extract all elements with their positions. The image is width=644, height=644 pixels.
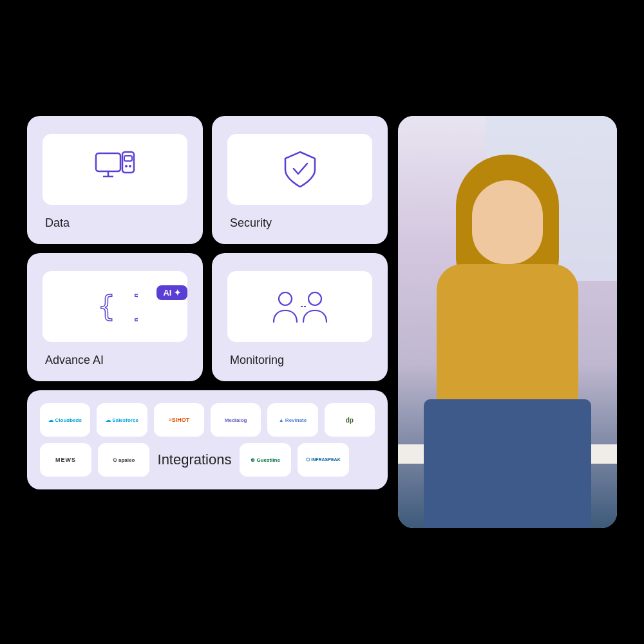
salesforce-logo: ☁ Salesforce <box>97 403 147 437</box>
integration-row-2: MEWS ⊙ apaleo Integrations ⊛ Guestline ⬡… <box>40 443 375 477</box>
shield-icon <box>278 147 323 192</box>
person-face <box>472 180 543 264</box>
monitoring-icon-box <box>227 271 372 342</box>
integrations-center-label: Integrations <box>156 443 233 477</box>
revinate-logo: ▲ Revinate <box>267 403 317 437</box>
dp-logo: dp <box>325 403 375 437</box>
integration-row-1: ☁ Cloudbeds ☁ Salesforce ≡SIHOT Medialog… <box>40 403 375 437</box>
left-panel: Data Security AI ✦ <box>27 116 388 489</box>
infraspeak-logo: ⬡ INFRASPEAK <box>298 443 349 477</box>
middle-row: AI ✦ { } Advance AI <box>27 253 388 381</box>
svg-point-10 <box>308 292 321 305</box>
monitoring-card[interactable]: Monitoring <box>212 253 388 381</box>
apaleo-logo: ⊙ apaleo <box>98 443 149 477</box>
sihot-logo: ≡SIHOT <box>154 403 204 437</box>
security-icon-box <box>227 134 372 205</box>
svg-rect-3 <box>122 152 134 173</box>
svg-text:{ }: { } <box>98 290 138 323</box>
cloudbeds-logo: ☁ Cloudbeds <box>40 403 90 437</box>
users-icon <box>271 289 329 325</box>
svg-rect-4 <box>124 156 132 161</box>
computer-icon <box>93 147 138 192</box>
code-brackets-icon: { } <box>93 284 138 329</box>
guestline-logo: ⊛ Guestline <box>240 443 291 477</box>
data-icon-box <box>43 134 187 205</box>
advance-ai-card[interactable]: AI ✦ { } Advance AI <box>27 253 203 381</box>
data-card[interactable]: Data <box>27 116 203 244</box>
data-label: Data <box>43 216 70 230</box>
top-row: Data Security <box>27 116 388 244</box>
svg-rect-0 <box>96 153 120 171</box>
ai-badge: AI ✦ <box>156 285 187 300</box>
monitoring-label: Monitoring <box>227 354 284 367</box>
advance-ai-label: Advance AI <box>43 354 104 367</box>
medialog-logo: Medialog <box>211 403 261 437</box>
integrations-card[interactable]: ☁ Cloudbeds ☁ Salesforce ≡SIHOT Medialog… <box>27 390 388 489</box>
person-jeans <box>424 399 591 528</box>
svg-point-8 <box>279 292 292 305</box>
photo-background <box>398 116 617 528</box>
svg-point-5 <box>125 165 128 167</box>
security-card[interactable]: Security <box>212 116 388 244</box>
svg-point-6 <box>129 165 131 167</box>
photo-panel <box>398 116 617 528</box>
mews-logo: MEWS <box>40 443 91 477</box>
advance-ai-icon-box: { } <box>43 271 187 342</box>
security-label: Security <box>227 216 272 230</box>
